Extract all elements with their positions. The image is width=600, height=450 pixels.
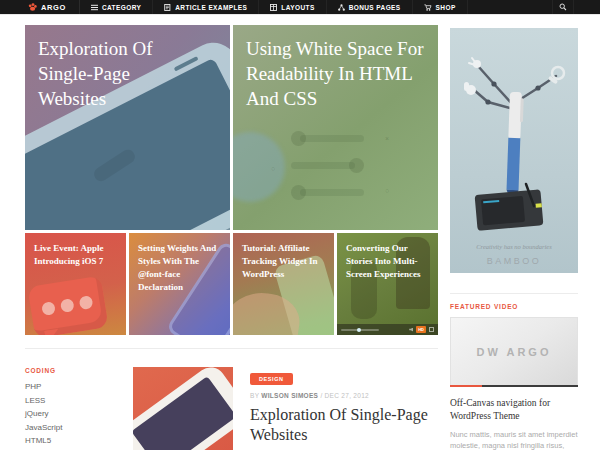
category-badge[interactable]: DESIGN xyxy=(250,373,293,385)
featured-post-title[interactable]: Using White Space For Readability In HTM… xyxy=(246,36,428,111)
author-link[interactable]: WILSON SIMOES xyxy=(261,392,318,399)
fullscreen-icon[interactable] xyxy=(429,327,434,332)
featured-video-excerpt: Nunc mattis, mauris sit amet imperdiet m… xyxy=(450,429,578,450)
layouts-icon xyxy=(270,4,277,11)
article-byline: BY WILSON SIMOES / DEC 27, 2012 xyxy=(250,392,446,399)
nav-item-shop[interactable]: SHOP xyxy=(413,0,468,14)
bamboo-ad-illustration: Creativity has no boundaries BAMBOO xyxy=(450,28,578,273)
sidebar-divider xyxy=(450,293,578,294)
article-preview: DESIGN BY WILSON SIMOES / DEC 27, 2012 E… xyxy=(133,367,446,450)
search-button[interactable] xyxy=(552,0,574,14)
featured-video-title[interactable]: Off-Canvas navigation for WordPress Them… xyxy=(450,397,578,423)
nav-spacer xyxy=(468,0,552,14)
bottom-section: CODING PHP LESS jQuery JavaScript HTML5 … xyxy=(25,367,438,450)
sidebar: Creativity has no boundaries BAMBOO FEAT… xyxy=(450,28,578,450)
article-icon xyxy=(164,4,171,11)
nav-item-category[interactable]: CATEGORY xyxy=(80,0,153,14)
sliders-illustration xyxy=(291,131,364,212)
top-navbar: ARGO CATEGORY ARTICLE EXAMPLES LAYOUTS B… xyxy=(0,0,600,15)
video-placeholder-label: DW ARGO xyxy=(477,346,552,358)
logo-text: ARGO xyxy=(41,3,66,12)
post-tile-title[interactable]: Setting Weights And Styles With The @fon… xyxy=(138,242,223,294)
article-title[interactable]: Exploration Of Single-Page Websites xyxy=(250,405,446,445)
video-player-bar[interactable]: HD xyxy=(337,324,438,335)
secondary-posts-row: Live Event: Apple Introducing iOS 7 Sett… xyxy=(25,233,438,335)
coding-link-php[interactable]: PHP xyxy=(25,382,133,391)
featured-post-single-page[interactable]: Exploration Of Single-Page Websites xyxy=(25,25,230,230)
search-icon xyxy=(559,3,567,11)
video-progress-track[interactable] xyxy=(341,329,379,331)
volume-icon[interactable] xyxy=(409,328,413,332)
article-thumbnail[interactable] xyxy=(133,367,233,450)
coding-list: PHP LESS jQuery JavaScript HTML5 CSS3 xyxy=(25,382,133,450)
nav-item-bonus-pages[interactable]: BONUS PAGES xyxy=(327,0,413,14)
post-tile-affiliate-widget[interactable]: Tutorial: Affiliate Tracking Widget In W… xyxy=(233,233,334,335)
featured-posts-row: Exploration Of Single-Page Websites × ○ … xyxy=(25,25,438,230)
post-tile-title[interactable]: Converting Our Stories Into Multi-Screen… xyxy=(346,242,431,281)
coding-link-jquery[interactable]: jQuery xyxy=(25,409,133,418)
post-tile-multi-screen[interactable]: Converting Our Stories Into Multi-Screen… xyxy=(337,233,438,335)
coding-link-html5[interactable]: HTML5 xyxy=(25,436,133,445)
post-tile-ios7[interactable]: Live Event: Apple Introducing iOS 7 xyxy=(25,233,126,335)
coding-link-less[interactable]: LESS xyxy=(25,396,133,405)
coding-widget-title: CODING xyxy=(25,367,133,374)
article-date: DEC 27, 2012 xyxy=(325,392,369,399)
featured-video-player[interactable]: DW ARGO xyxy=(450,317,578,387)
ad-brand-logo: BAMBOO xyxy=(487,256,542,266)
nav-item-label: LAYOUTS xyxy=(281,4,314,11)
logo[interactable]: ARGO xyxy=(0,0,80,14)
argo-paw-icon xyxy=(28,3,37,11)
featured-post-white-space[interactable]: × ○ ○ Using White Space For Readability … xyxy=(233,25,438,230)
main-content: Exploration Of Single-Page Websites × ○ … xyxy=(25,25,438,450)
phone-illustration xyxy=(133,367,233,450)
nav-item-label: SHOP xyxy=(436,4,456,11)
sitemap-icon xyxy=(338,4,345,11)
section-divider xyxy=(25,348,438,349)
featured-video-heading: FEATURED VIDEO xyxy=(450,303,578,310)
ad-tagline: Creativity has no boundaries xyxy=(476,243,552,250)
article-body: DESIGN BY WILSON SIMOES / DEC 27, 2012 E… xyxy=(250,367,446,450)
featured-post-title[interactable]: Exploration Of Single-Page Websites xyxy=(38,36,188,111)
hamburger-icon xyxy=(91,4,98,11)
post-tile-title[interactable]: Tutorial: Affiliate Tracking Widget In W… xyxy=(242,242,327,281)
cart-icon xyxy=(424,4,432,11)
post-tile-title[interactable]: Live Event: Apple Introducing iOS 7 xyxy=(34,242,119,268)
nav-item-label: BONUS PAGES xyxy=(349,4,401,11)
nav-item-article-examples[interactable]: ARTICLE EXAMPLES xyxy=(153,0,259,14)
coding-link-javascript[interactable]: JavaScript xyxy=(25,423,133,432)
coding-widget: CODING PHP LESS jQuery JavaScript HTML5 … xyxy=(25,367,133,450)
post-tile-font-face[interactable]: Setting Weights And Styles With The @fon… xyxy=(129,233,230,335)
bamboo-ad-banner[interactable]: Creativity has no boundaries BAMBOO xyxy=(450,28,578,273)
video-progress-bar[interactable] xyxy=(450,385,578,387)
nav-item-layouts[interactable]: LAYOUTS xyxy=(259,0,326,14)
nav-item-label: ARTICLE EXAMPLES xyxy=(175,4,247,11)
nav-item-label: CATEGORY xyxy=(102,4,141,11)
hd-button[interactable]: HD xyxy=(416,326,426,333)
chat-bubble-icon xyxy=(27,276,108,335)
